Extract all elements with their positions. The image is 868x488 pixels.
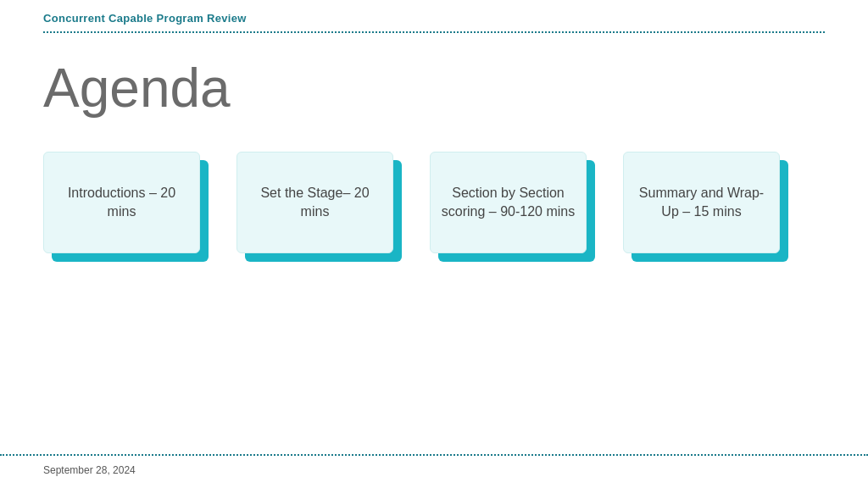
page-title: Agenda: [43, 58, 825, 118]
card-text-introductions: Introductions – 20 mins: [54, 184, 189, 222]
card-front-section-scoring: Section by Section scoring – 90-120 mins: [430, 152, 587, 253]
card-front-summary: Summary and Wrap-Up – 15 mins: [623, 152, 780, 253]
card-text-section-scoring: Section by Section scoring – 90-120 mins: [441, 184, 576, 222]
header-title: Concurrent Capable Program Review: [43, 12, 825, 25]
card-front-set-the-stage: Set the Stage– 20 mins: [236, 152, 393, 253]
card-section-scoring: Section by Section scoring – 90-120 mins: [430, 152, 599, 262]
main-content: Agenda Introductions – 20 mins Set the S…: [0, 33, 868, 262]
agenda-cards-row: Introductions – 20 mins Set the Stage– 2…: [43, 152, 825, 262]
header: Concurrent Capable Program Review: [0, 0, 868, 33]
card-text-summary: Summary and Wrap-Up – 15 mins: [634, 184, 769, 222]
card-text-set-the-stage: Set the Stage– 20 mins: [248, 184, 382, 222]
card-set-the-stage: Set the Stage– 20 mins: [236, 152, 406, 262]
card-introductions: Introductions – 20 mins: [43, 152, 213, 262]
footer-divider: [0, 454, 868, 456]
footer-date: September 28, 2024: [43, 464, 136, 476]
card-summary: Summary and Wrap-Up – 15 mins: [623, 152, 793, 262]
card-front-introductions: Introductions – 20 mins: [43, 152, 200, 253]
